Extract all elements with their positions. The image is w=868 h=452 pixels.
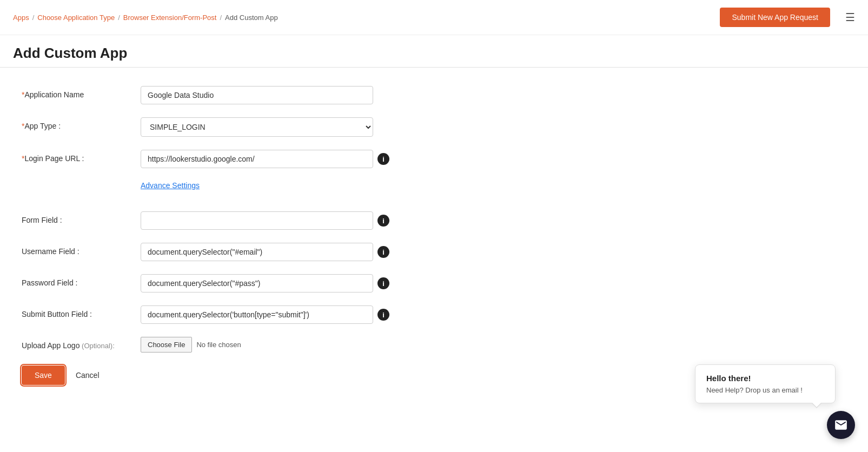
chat-popup-title: Hello there! <box>706 374 824 383</box>
upload-logo-label: Upload App Logo (Optional): <box>22 337 141 350</box>
breadcrumb-apps[interactable]: Apps <box>13 14 29 22</box>
submit-button-field-input-wrap: i <box>141 305 411 324</box>
username-field-row: Username Field : i <box>22 243 846 261</box>
password-field-input-wrap: i <box>141 274 411 293</box>
hamburger-icon[interactable]: ☰ <box>845 11 855 24</box>
submit-button-field-label: Submit Button Field : <box>22 305 141 318</box>
cancel-button[interactable]: Cancel <box>74 367 102 384</box>
header: Apps / Choose Application Type / Browser… <box>0 0 868 35</box>
submit-new-app-request-button[interactable]: Submit New App Request <box>720 8 830 27</box>
password-field-input[interactable] <box>141 274 373 293</box>
login-page-url-input-wrap: i <box>141 150 411 168</box>
breadcrumb: Apps / Choose Application Type / Browser… <box>13 14 278 22</box>
form-field-input[interactable] <box>141 211 373 230</box>
password-field-info-icon[interactable]: i <box>377 277 389 289</box>
application-name-input-wrap <box>141 86 411 104</box>
breadcrumb-choose-type[interactable]: Choose Application Type <box>37 14 115 22</box>
chat-envelope-icon <box>834 418 848 432</box>
application-name-input[interactable] <box>141 86 373 104</box>
page-title: Add Custom App <box>0 35 868 67</box>
chat-icon-button[interactable] <box>827 411 855 439</box>
upload-logo-input-wrap: Choose File No file chosen <box>141 337 241 353</box>
header-right: Submit New App Request ☰ <box>720 8 855 27</box>
app-type-select[interactable]: SIMPLE_LOGIN FORM_POST BROWSER_EXTENSION <box>141 117 373 137</box>
app-type-label: *App Type : <box>22 117 141 130</box>
breadcrumb-browser-extension[interactable]: Browser Extension/Form-Post <box>123 14 217 22</box>
submit-button-field-input[interactable] <box>141 305 373 324</box>
username-field-info-icon[interactable]: i <box>377 246 389 258</box>
app-type-row: *App Type : SIMPLE_LOGIN FORM_POST BROWS… <box>22 117 846 137</box>
password-field-label: Password Field : <box>22 274 141 287</box>
upload-logo-optional: (Optional): <box>79 342 114 350</box>
username-field-input-wrap: i <box>141 243 411 261</box>
login-page-url-info-icon[interactable]: i <box>377 153 389 165</box>
chat-popup-subtitle: Need Help? Drop us an email ! <box>706 386 824 394</box>
advance-settings-link[interactable]: Advance Settings <box>141 181 200 190</box>
submit-button-field-info-icon[interactable]: i <box>377 309 389 321</box>
form-field-label: Form Field : <box>22 211 141 224</box>
breadcrumb-sep-2: / <box>118 14 120 22</box>
chat-popup: Hello there! Need Help? Drop us an email… <box>695 364 836 403</box>
upload-logo-row: Upload App Logo (Optional): Choose File … <box>22 337 846 353</box>
username-field-input[interactable] <box>141 243 373 261</box>
page-divider <box>0 67 868 68</box>
app-type-input-wrap: SIMPLE_LOGIN FORM_POST BROWSER_EXTENSION <box>141 117 411 137</box>
application-name-label: *Application Name <box>22 86 141 99</box>
login-page-url-row: *Login Page URL : i <box>22 150 846 168</box>
form-field-input-wrap: i <box>141 211 411 230</box>
submit-button-field-row: Submit Button Field : i <box>22 305 846 324</box>
login-page-url-input[interactable] <box>141 150 373 168</box>
advance-settings-row: Advance Settings <box>22 181 846 201</box>
password-field-row: Password Field : i <box>22 274 846 293</box>
breadcrumb-add-custom-app: Add Custom App <box>225 14 278 22</box>
username-field-label: Username Field : <box>22 243 141 256</box>
form-container: *Application Name *App Type : SIMPLE_LOG… <box>0 81 868 407</box>
choose-file-button[interactable]: Choose File <box>141 337 192 353</box>
application-name-row: *Application Name <box>22 86 846 104</box>
form-field-info-icon[interactable]: i <box>377 215 389 227</box>
no-file-chosen-text: No file chosen <box>196 341 241 349</box>
form-field-row: Form Field : i <box>22 211 846 230</box>
login-page-url-label: *Login Page URL : <box>22 150 141 163</box>
save-button[interactable]: Save <box>22 365 65 385</box>
breadcrumb-sep-1: / <box>32 14 35 22</box>
breadcrumb-sep-3: / <box>220 14 222 22</box>
